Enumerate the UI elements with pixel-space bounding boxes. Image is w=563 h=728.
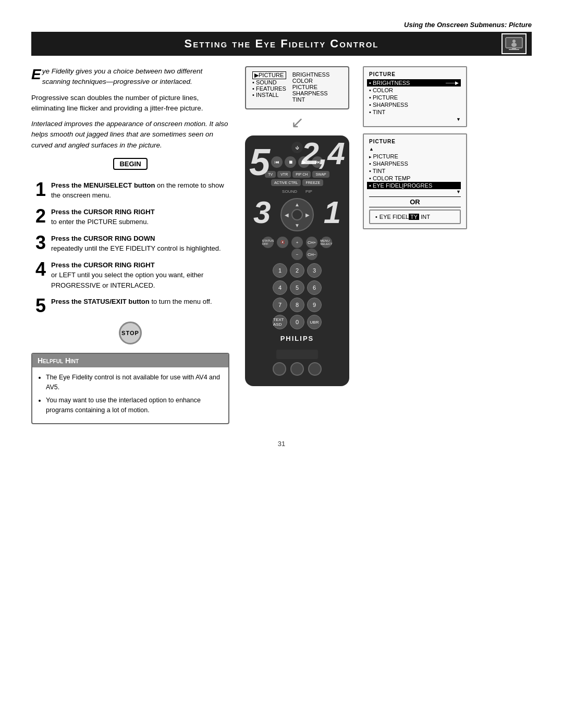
dpad[interactable]: ▲ ▼ ◀ ▶ (280, 198, 314, 231)
menu-select-btn[interactable]: MENU SELECT (321, 237, 332, 248)
middle-column: ▶PICTURE SOUND FEATURES INSTALL BRIGHTNE… (240, 66, 354, 424)
drop-cap: E (31, 67, 41, 82)
step-1: 1 Press the MENU/SELECT button on the re… (31, 180, 229, 201)
section-header: Using the Onscreen Submenus: Picture (31, 21, 532, 29)
screen2-down-arrow: ▼ (369, 117, 461, 122)
page-number: 31 (31, 440, 532, 448)
helpful-hint-body: The Eye Fidelity control is not availabl… (32, 367, 228, 423)
pos-btn-1[interactable] (273, 362, 286, 376)
screen-box-3: PICTURE ▲ PICTURE SHARPNESS TINT COLOR T… (363, 133, 467, 229)
title-bar: Setting the Eye Fidelity Control (31, 32, 532, 56)
step-2-title: Press the CURSOR RING RIGHT (51, 208, 155, 216)
hint-item-2: You may want to use the interlaced optio… (46, 396, 222, 415)
remote-playback-row: ⏮ ⏹ ▶ ⏭ (271, 156, 323, 168)
sound-label: SOUND (282, 189, 297, 194)
vol-up-btn[interactable]: + (291, 237, 303, 248)
num-8-btn[interactable]: 8 (290, 298, 304, 312)
svg-rect-2 (512, 48, 516, 49)
step-5-title: Press the STATUS/EXIT button (51, 298, 150, 305)
ubr-btn[interactable]: UBR (307, 315, 322, 329)
dpad-left[interactable]: ◀ (283, 211, 291, 219)
vtr-btn[interactable]: VTR (277, 171, 291, 178)
dpad-container: 3 1 SOUND PIP (250, 189, 344, 233)
dpad-up[interactable]: ▲ (293, 200, 301, 208)
menu-item-features: FEATURES (252, 85, 286, 92)
remote-misc-row: TV VTR PIP CH SWAP ACTIVE CTRL FREEZE (250, 171, 344, 186)
menu-item-sound: SOUND (252, 79, 286, 85)
ffwd-btn[interactable]: ⏭ (312, 156, 323, 168)
screen2-tint: TINT (369, 108, 461, 116)
intro-para2: Progressive scan doubles the number of p… (31, 93, 229, 114)
menu-item-brightness: BRIGHTNESS (292, 71, 330, 78)
remote-labels-row: SOUND PIP (282, 189, 312, 194)
status-off-btn[interactable]: STATUS OFF (262, 237, 274, 248)
curved-arrow: ↙ (291, 115, 304, 130)
vol-down-btn[interactable]: − (291, 249, 303, 260)
step-4-body: or LEFT until you select the option you … (51, 271, 203, 289)
screen3-colortemp: COLOR TEMP (369, 175, 461, 182)
mute-btn[interactable]: 🔇 (277, 237, 288, 248)
step-5: 5 Press the STATUS/EXIT button to turn t… (31, 297, 229, 315)
active-ctrl-btn[interactable]: ACTIVE CTRL (271, 179, 301, 186)
screen2-title: PICTURE (369, 71, 461, 77)
screen3-sharpness: SHARPNESS (369, 160, 461, 167)
menu-item-picture-sub: PICTURE (292, 84, 330, 90)
rewind-btn[interactable]: ⏮ (271, 156, 283, 168)
screen-box-2: PICTURE • BRIGHTNESS ——▶ COLOR PICTURE S… (363, 66, 467, 127)
remote-numpad: 1 2 3 4 5 6 7 8 9 TEXT ASD 0 UBR (273, 263, 322, 329)
svg-point-4 (511, 43, 517, 47)
ch-up-btn[interactable]: CH+ (306, 237, 317, 248)
big-number-3: 3 (253, 194, 271, 202)
pos-btn-2[interactable] (290, 362, 304, 376)
main-layout: Eye Fidelity gives you a choice between … (31, 66, 532, 424)
num-2-btn[interactable]: 2 (290, 263, 304, 278)
dpad-center[interactable] (291, 209, 303, 220)
num-3-btn[interactable]: 3 (307, 263, 322, 278)
power-btn[interactable]: ⏻ (291, 142, 303, 153)
step-1-number: 1 (31, 180, 46, 199)
page-title: Setting the Eye Fidelity Control (185, 37, 379, 51)
step-2-body: to enter the PICTURE submenu. (51, 218, 149, 226)
step-3-body: repeatedly until the EYE FIDELITY contro… (51, 244, 221, 252)
step-5-number: 5 (31, 297, 46, 315)
step-5-content: Press the STATUS/EXIT button to turn the… (51, 297, 212, 307)
num-4-btn[interactable]: 4 (273, 280, 287, 295)
menu-item-picture-active: ▶PICTURE (252, 71, 286, 79)
num-7-btn[interactable]: 7 (273, 298, 287, 312)
screen2-color: COLOR (369, 87, 461, 94)
stop-badge: STOP (119, 322, 142, 344)
big-number-1: 1 (324, 194, 341, 207)
right-column: ▶PICTURE SOUND FEATURES INSTALL BRIGHTNE… (240, 66, 532, 424)
num-1-btn[interactable]: 1 (273, 263, 287, 278)
freeze-btn[interactable]: FREEZE (302, 179, 323, 186)
play-btn[interactable]: ▶ (298, 156, 310, 168)
pos-btn-3[interactable] (308, 362, 322, 376)
text-asd-btn[interactable]: TEXT ASD (273, 315, 287, 329)
stop-badge-container: STOP (31, 322, 229, 344)
intro-italic: ye Fidelity gives you a choice between t… (42, 67, 203, 85)
remote-bottom-bar (276, 350, 318, 359)
remote-control: ⏻ ⏮ ⏹ ▶ ⏭ TV VTR PIP C (245, 135, 349, 386)
step-4: 4 Press the CURSOR RING RIGHT or LEFT un… (31, 260, 229, 291)
tv-btn[interactable]: TV (265, 171, 276, 178)
num-5-btn[interactable]: 5 (290, 280, 304, 295)
tv-icon (501, 33, 527, 54)
num-9-btn[interactable]: 9 (307, 298, 322, 312)
step-1-title: Press the MENU/SELECT button (51, 181, 155, 189)
swap-btn[interactable]: SWAP (312, 171, 329, 178)
begin-badge: BEGIN (113, 158, 147, 170)
menu-item-tint: TINT (292, 96, 330, 103)
remote-container: 5 2,4 ⏻ ⏮ ⏹ ▶ ⏭ (245, 135, 349, 386)
screen4-eyefidelity-int: • EYE FIDELTY INT (375, 214, 455, 220)
step-4-title: Press the CURSOR RING RIGHT (51, 261, 155, 269)
num-0-btn[interactable]: 0 (290, 315, 304, 329)
pip-ch-btn[interactable]: PIP CH (292, 171, 311, 178)
dpad-down[interactable]: ▼ (293, 221, 301, 229)
num-6-btn[interactable]: 6 (307, 280, 322, 295)
stop-btn[interactable]: ⏹ (285, 156, 296, 168)
step-3-title: Press the CURSOR RING DOWN (51, 235, 155, 242)
dpad-right[interactable]: ▶ (303, 211, 312, 219)
ch-down-btn[interactable]: CH− (306, 249, 317, 260)
hint-item-1: The Eye Fidelity control is not availabl… (46, 373, 222, 392)
step-3-content: Press the CURSOR RING DOWN repeatedly un… (51, 233, 221, 254)
